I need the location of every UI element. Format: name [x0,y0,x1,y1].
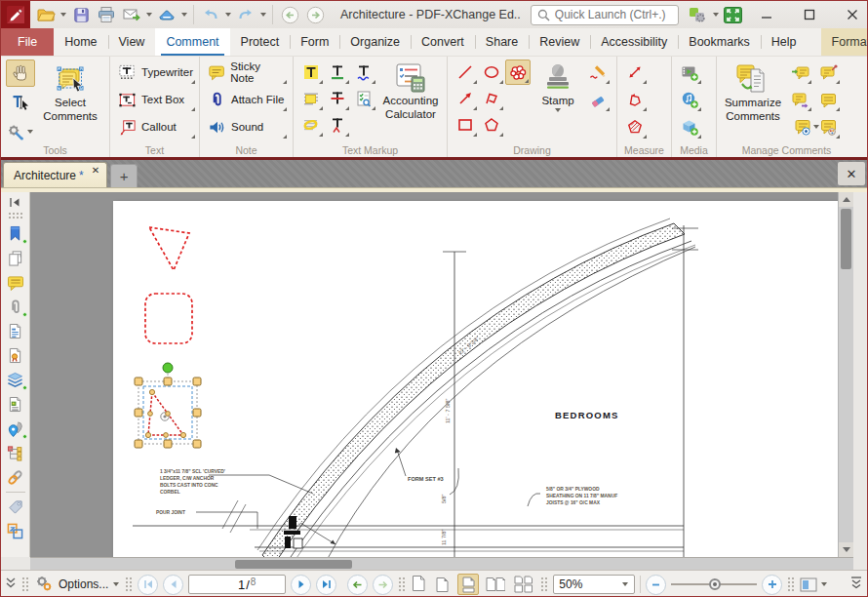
sidebar-item-attachments[interactable] [2,295,29,319]
pin-comment-button[interactable] [815,60,841,85]
vertical-scrollbar[interactable] [838,192,853,557]
annotation-rounded-square[interactable] [145,294,192,343]
close-document-button[interactable]: ✕ [838,162,865,185]
close-button[interactable] [831,2,868,27]
page-number-input[interactable]: 1/8 [188,575,286,594]
horizontal-scroll-thumb[interactable] [235,560,352,569]
tab-help[interactable]: Help [761,28,808,56]
annotation-triangle[interactable] [149,227,189,270]
add-audio-button[interactable] [677,87,702,112]
open-button[interactable] [34,4,58,25]
four-up-button[interactable] [512,574,535,595]
insert-caret-button[interactable] [325,112,350,138]
tool-options-button[interactable] [6,118,35,145]
sidebar-item-destinations[interactable] [2,417,29,441]
continuous-button[interactable] [457,574,479,595]
tool-options-dropdown[interactable] [27,130,33,134]
options-button[interactable]: Options... [59,577,120,591]
polygon-tool-button[interactable] [479,112,504,138]
two-up-button[interactable] [484,574,507,595]
eraser-tool-button[interactable] [585,87,611,112]
sidebar-item-links[interactable] [2,465,29,490]
pencil-tool-button[interactable] [585,60,611,85]
tab-form[interactable]: Form [290,28,339,56]
nav-back-button[interactable] [278,4,301,25]
tab-share[interactable]: Share [475,28,529,56]
tab-view[interactable]: View [108,28,156,56]
sound-button[interactable]: Sound [205,114,288,139]
document-canvas[interactable]: BEDROOMS FORM SET #3 1 3/4"x11 7/8" SCL … [30,192,853,557]
zoom-in-button[interactable] [762,575,782,595]
save-button[interactable] [69,4,93,25]
arrow-tool-button[interactable] [453,86,478,111]
sidebar-item-fields[interactable] [2,319,29,343]
next-page-button[interactable] [291,575,311,595]
print-button[interactable] [95,4,118,25]
email-dropdown[interactable] [146,13,152,17]
summarize-comments-button[interactable]: Summarize Comments [722,60,784,142]
tab-comment[interactable]: Comment [155,28,229,56]
sticky-note-button[interactable]: Sticky Note [205,60,288,85]
freehand-highlight-button[interactable] [298,112,324,138]
add-3d-button[interactable] [677,114,702,139]
tab-protect[interactable]: Protect [230,28,291,56]
select-text-button[interactable] [6,89,35,116]
quick-launch-input[interactable] [555,8,672,21]
polyline-tool-button[interactable] [479,86,504,111]
export-comments-button[interactable] [787,87,812,112]
stamp-button[interactable]: Stamp [533,60,582,142]
quick-launch[interactable] [531,5,679,25]
document-tab-architecture[interactable]: Architecture * ✕ [3,162,107,187]
rectangle-tool-button[interactable] [453,112,478,138]
add-video-button[interactable] [677,60,702,85]
last-page-button[interactable] [316,575,336,595]
expand-statusbar-icon[interactable] [5,577,17,593]
tab-accessibility[interactable]: Accessibility [590,28,678,56]
attach-file-button[interactable]: Attach File [205,87,288,112]
underline-button[interactable] [325,60,350,85]
tab-format[interactable]: Format [821,28,868,56]
prev-page-button[interactable] [163,575,183,595]
comment-lines-button[interactable] [815,87,841,112]
undo-button[interactable] [199,4,222,25]
sidebar-item-comments[interactable] [2,270,29,295]
new-page-icon[interactable] [411,575,426,595]
vertical-scroll-thumb[interactable] [841,209,851,269]
cloud-tool-button[interactable] [505,60,531,85]
new-tab-button[interactable]: + [110,164,138,187]
zoom-slider[interactable] [671,575,757,594]
single-page-button[interactable] [431,574,453,595]
collapse-statusbar-icon[interactable] [849,576,863,593]
tab-review[interactable]: Review [529,28,590,56]
tab-bookmarks[interactable]: Bookmarks [678,28,761,56]
squiggly-button[interactable] [351,60,376,85]
zoom-out-button[interactable] [646,575,666,595]
sidebar-item-order[interactable] [2,519,29,543]
selected-annotation[interactable] [135,363,201,448]
ui-options-dropdown[interactable] [713,13,719,17]
first-page-button[interactable] [138,575,158,595]
nav-forward-button[interactable] [303,4,327,25]
distance-tool-button[interactable] [622,60,648,85]
sidebar-grip[interactable] [2,210,29,221]
zoom-select[interactable]: 50% [553,575,635,594]
scroll-down-button[interactable] [839,542,853,557]
open-dropdown[interactable] [60,13,66,17]
review-checks-button[interactable] [351,86,376,111]
tab-file[interactable]: File [1,28,54,56]
app-logo[interactable] [1,1,30,28]
sidebar-item-tags[interactable] [2,495,29,519]
hand-tool-button[interactable] [6,60,35,87]
tab-home[interactable]: Home [54,28,107,56]
minimize-button[interactable] [745,2,788,27]
accounting-calculator-button[interactable]: Accounting Calculator [379,60,442,142]
view-mode-button[interactable] [800,577,828,592]
email-button[interactable] [120,4,143,25]
area-tool-button[interactable] [622,114,648,139]
history-forward-button[interactable] [373,575,393,595]
line-tool-button[interactable] [453,60,478,85]
maximize-button[interactable] [788,2,831,27]
redo-button[interactable] [234,4,257,25]
sidebar-item-signatures[interactable] [2,343,29,368]
text-box-button[interactable]: Text Box [115,87,196,112]
